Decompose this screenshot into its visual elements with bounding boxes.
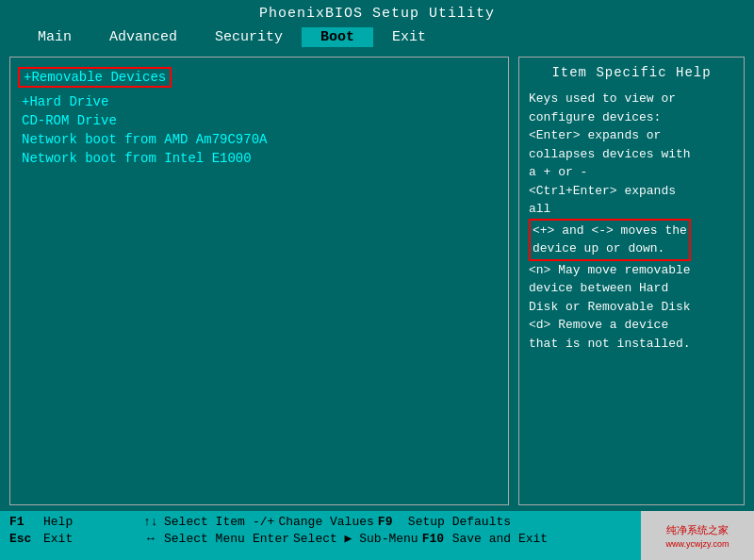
boot-item-network-intel[interactable]: Network boot from Intel E1000	[18, 150, 500, 167]
menu-bar: Main Advanced Security Boot Exit	[0, 25, 754, 51]
right-panel: Item Specific Help Keys used to view orc…	[518, 57, 745, 505]
help-text-part1: Keys used to view orconfigure devices:<E…	[529, 91, 691, 216]
title-bar: PhoenixBIOS Setup Utility	[0, 0, 754, 25]
watermark: 纯净系统之家www.ycwjzy.com	[641, 511, 754, 560]
left-panel: +Removable Devices +Hard Drive CD-ROM Dr…	[9, 57, 509, 505]
key-f1: F1	[9, 515, 40, 529]
menu-item-exit[interactable]: Exit	[373, 27, 445, 47]
key-change-values: Change Values	[278, 515, 373, 529]
menu-item-advanced[interactable]: Advanced	[90, 27, 196, 47]
key-sep2: Enter	[253, 532, 289, 546]
key-select-item: Select Item	[164, 515, 249, 529]
bios-title: PhoenixBIOS Setup Utility	[259, 6, 495, 22]
boot-item-network-amd[interactable]: Network boot from AMD Am79C970A	[18, 131, 500, 148]
boot-item-cdrom[interactable]: CD-ROM Drive	[18, 112, 500, 129]
main-content: +Removable Devices +Hard Drive CD-ROM Dr…	[9, 57, 745, 505]
key-f9: F9	[378, 515, 404, 529]
key-select-submenu: Select ▶ Sub-Menu	[293, 531, 418, 546]
key-row-1: F1 Help ↑↓ Select Item -/+ Change Values…	[9, 515, 745, 529]
key-leftright-icon: ↔	[141, 532, 160, 546]
key-sep1: -/+	[253, 515, 274, 529]
key-esc-desc: Exit	[43, 532, 138, 546]
help-text-part2: <n> May move removabledevice between Har…	[529, 263, 691, 351]
help-title: Item Specific Help	[529, 65, 734, 80]
menu-item-boot[interactable]: Boot	[302, 27, 373, 47]
help-text: Keys used to view orconfigure devices:<E…	[529, 90, 734, 353]
menu-item-main[interactable]: Main	[19, 27, 90, 47]
key-updown-icon: ↑↓	[141, 515, 160, 529]
boot-item-harddrive[interactable]: +Hard Drive	[18, 93, 500, 110]
key-select-menu: Select Menu	[164, 532, 249, 546]
key-f10-desc: Save and Exit	[452, 532, 548, 546]
key-f1-desc: Help	[43, 515, 138, 529]
watermark-text: 纯净系统之家www.ycwjzy.com	[666, 523, 729, 549]
key-f10: F10	[422, 532, 449, 546]
key-row-2: Esc Exit ↔ Select Menu Enter Select ▶ Su…	[9, 531, 745, 546]
boot-item-removable[interactable]: +Removable Devices	[18, 67, 172, 88]
bios-container: PhoenixBIOS Setup Utility Main Advanced …	[0, 0, 754, 560]
key-f9-desc: Setup Defaults	[408, 515, 511, 529]
menu-item-security[interactable]: Security	[196, 27, 302, 47]
key-esc: Esc	[9, 532, 40, 546]
help-highlight: <+> and <-> moves thedevice up or down.	[529, 219, 691, 261]
